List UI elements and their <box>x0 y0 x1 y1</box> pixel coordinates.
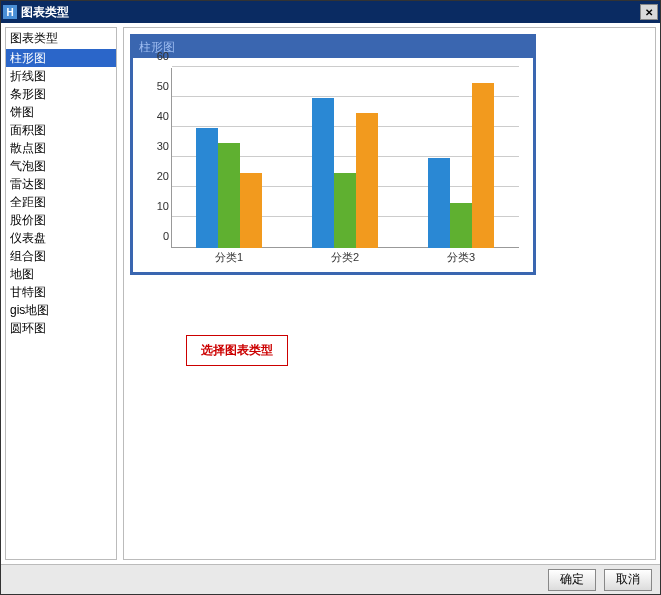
x-tick-label: 分类2 <box>331 250 359 268</box>
sidebar-item[interactable]: 折线图 <box>6 67 116 85</box>
window-title: 图表类型 <box>21 4 640 21</box>
chart-plot: 0102030405060 分类1分类2分类3 <box>143 68 523 268</box>
callout-select-chart-type: 选择图表类型 <box>186 335 288 366</box>
y-tick-label: 40 <box>157 110 169 122</box>
sidebar-item[interactable]: 条形图 <box>6 85 116 103</box>
chart-bar <box>218 143 240 248</box>
sidebar-item[interactable]: 甘特图 <box>6 283 116 301</box>
sidebar-list: 柱形图折线图条形图饼图面积图散点图气泡图雷达图全距图股价图仪表盘组合图地图甘特图… <box>6 49 116 559</box>
y-tick-label: 0 <box>163 230 169 242</box>
sidebar-item[interactable]: 散点图 <box>6 139 116 157</box>
chart-preview: 柱形图 0102030405060 分类1分类2分类3 <box>130 34 536 275</box>
chart-type-sidebar: 图表类型 柱形图折线图条形图饼图面积图散点图气泡图雷达图全距图股价图仪表盘组合图… <box>5 27 117 560</box>
y-tick-label: 30 <box>157 140 169 152</box>
sidebar-item[interactable]: 全距图 <box>6 193 116 211</box>
dialog-footer: 确定 取消 <box>1 564 660 594</box>
dialog-window: H 图表类型 ✕ 图表类型 柱形图折线图条形图饼图面积图散点图气泡图雷达图全距图… <box>0 0 661 595</box>
y-tick-label: 10 <box>157 200 169 212</box>
preview-panel: 柱形图 0102030405060 分类1分类2分类3 选择图表类型 <box>123 27 656 560</box>
sidebar-item[interactable]: 仪表盘 <box>6 229 116 247</box>
chart-bar <box>312 98 334 248</box>
x-axis-labels: 分类1分类2分类3 <box>171 250 519 268</box>
ok-button[interactable]: 确定 <box>548 569 596 591</box>
y-tick-label: 50 <box>157 80 169 92</box>
chart-area: 0102030405060 分类1分类2分类3 <box>133 58 533 272</box>
app-icon: H <box>3 5 17 19</box>
bar-group <box>196 128 262 248</box>
sidebar-item[interactable]: 面积图 <box>6 121 116 139</box>
content-area: 图表类型 柱形图折线图条形图饼图面积图散点图气泡图雷达图全距图股价图仪表盘组合图… <box>1 23 660 564</box>
chart-title: 柱形图 <box>133 37 533 58</box>
chart-bar <box>472 83 494 248</box>
sidebar-item[interactable]: 气泡图 <box>6 157 116 175</box>
sidebar-item[interactable]: 地图 <box>6 265 116 283</box>
bar-group <box>428 83 494 248</box>
sidebar-item[interactable]: gis地图 <box>6 301 116 319</box>
titlebar: H 图表类型 ✕ <box>1 1 660 23</box>
sidebar-header: 图表类型 <box>6 28 116 49</box>
y-tick-label: 20 <box>157 170 169 182</box>
grid-line <box>172 66 519 67</box>
y-tick-label: 60 <box>157 50 169 62</box>
cancel-button[interactable]: 取消 <box>604 569 652 591</box>
sidebar-item[interactable]: 组合图 <box>6 247 116 265</box>
sidebar-item[interactable]: 柱形图 <box>6 49 116 67</box>
chart-bar <box>428 158 450 248</box>
sidebar-item[interactable]: 股价图 <box>6 211 116 229</box>
x-tick-label: 分类3 <box>447 250 475 268</box>
chart-bars <box>171 68 519 248</box>
close-icon[interactable]: ✕ <box>640 4 658 20</box>
y-axis: 0102030405060 <box>143 68 171 248</box>
chart-bar <box>334 173 356 248</box>
sidebar-item[interactable]: 饼图 <box>6 103 116 121</box>
sidebar-item[interactable]: 雷达图 <box>6 175 116 193</box>
chart-bar <box>240 173 262 248</box>
chart-bar <box>356 113 378 248</box>
sidebar-item[interactable]: 圆环图 <box>6 319 116 337</box>
bar-group <box>312 98 378 248</box>
chart-bar <box>196 128 218 248</box>
chart-bar <box>450 203 472 248</box>
x-tick-label: 分类1 <box>215 250 243 268</box>
